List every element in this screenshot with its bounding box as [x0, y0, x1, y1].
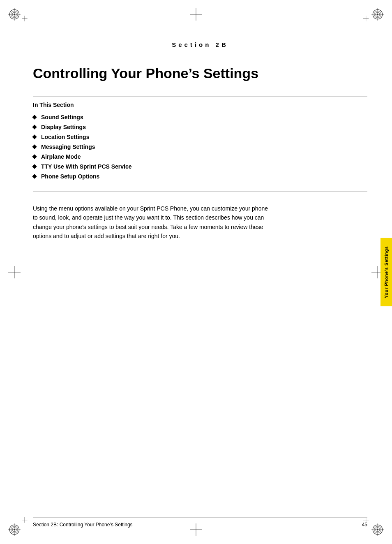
page-footer: Section 2B: Controlling Your Phone’s Set…: [33, 517, 367, 528]
diamond-bullet-icon: [32, 115, 37, 119]
side-tab-label: Your Phone’s Settings: [384, 246, 389, 298]
diamond-bullet-icon: [32, 134, 37, 139]
main-content: Section 2B Controlling Your Phone’s Sett…: [33, 41, 367, 511]
diamond-bullet-icon: [32, 125, 37, 129]
corner-decoration-ml: [8, 266, 21, 278]
corner-decoration-bl: [8, 515, 29, 536]
section-list-item-label: Display Settings: [41, 124, 86, 130]
section-list-item-label: Location Settings: [41, 134, 89, 140]
diamond-bullet-icon: [32, 164, 37, 169]
diamond-bullet-icon: [32, 144, 37, 149]
section-list-item-label: Airplane Mode: [41, 153, 81, 160]
side-tab: Your Phone’s Settings: [380, 238, 392, 306]
section-list-item: Sound Settings: [33, 114, 367, 120]
section-list-item: TTY Use With Sprint PCS Service: [33, 163, 367, 170]
chapter-title: Controlling Your Phone’s Settings: [33, 65, 367, 82]
diamond-bullet-icon: [32, 174, 37, 178]
section-items-list: Sound SettingsDisplay SettingsLocation S…: [33, 114, 367, 180]
section-list-item-label: TTY Use With Sprint PCS Service: [41, 163, 132, 170]
section-list-item: Phone Setup Options: [33, 173, 367, 180]
section-list-item: Display Settings: [33, 124, 367, 130]
section-header: Section 2B: [33, 41, 367, 49]
section-list-item: Messaging Settings: [33, 144, 367, 150]
in-this-section-heading: In This Section: [33, 102, 367, 108]
in-this-section-box: In This Section Sound SettingsDisplay Se…: [33, 96, 367, 192]
corner-decoration-tc: [190, 8, 202, 21]
corner-decoration-tl: [8, 8, 29, 29]
section-list-item: Location Settings: [33, 134, 367, 140]
body-paragraph: Using the menu options available on your…: [33, 204, 271, 241]
page: Your Phone’s Settings Section 2B Control…: [0, 0, 392, 544]
footer-page-number: 45: [362, 522, 367, 528]
section-list-item-label: Sound Settings: [41, 114, 83, 120]
corner-decoration-tr: [363, 8, 384, 29]
section-list-item: Airplane Mode: [33, 153, 367, 160]
section-list-item-label: Messaging Settings: [41, 144, 95, 150]
footer-left-text: Section 2B: Controlling Your Phone’s Set…: [33, 522, 133, 528]
section-title: Section 2B: [172, 41, 228, 48]
diamond-bullet-icon: [32, 154, 37, 159]
section-list-item-label: Phone Setup Options: [41, 173, 99, 180]
